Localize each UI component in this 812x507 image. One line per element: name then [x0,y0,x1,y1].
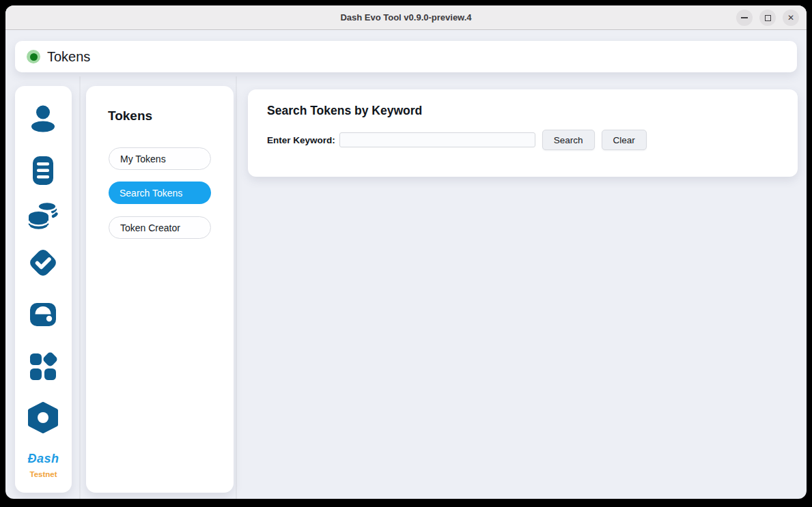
sidebar-item-platform[interactable] [27,402,59,435]
check-badge-icon [27,246,59,279]
clear-button[interactable]: Clear [602,130,647,150]
wallet-icon [27,298,59,331]
person-icon [27,103,59,136]
apps-grid-icon [27,351,59,383]
hex-nut-icon [27,402,59,435]
section-title: Search Tokens by Keyword [267,104,422,118]
page-title: Tokens [47,49,90,65]
header-bar: Tokens [15,41,797,72]
dash-logo: Ðash [15,452,72,466]
app-window: Dash Evo Tool v0.9.0-preview.4 ✕ Tokens [5,5,807,499]
document-icon [27,154,59,187]
panel-title: Tokens [108,108,152,124]
sidebar-item-proofs[interactable] [27,246,59,279]
window-controls: ✕ [736,10,799,26]
window-title: Dash Evo Tool v0.9.0-preview.4 [340,12,471,23]
panel-item-token-creator[interactable]: Token Creator [109,216,211,239]
maximize-icon [765,15,771,21]
coins-icon [27,200,59,233]
icon-sidebar: Ðash Testnet [15,86,72,493]
panel-item-search-tokens[interactable]: Search Tokens [109,182,211,204]
panel-separator [236,76,237,499]
search-tokens-card: Search Tokens by Keyword Enter Keyword: … [248,89,798,177]
sidebar-separator [79,76,81,499]
titlebar: Dash Evo Tool v0.9.0-preview.4 ✕ [5,5,807,30]
minimize-button[interactable] [736,10,753,26]
search-button[interactable]: Search [542,130,595,150]
keyword-label: Enter Keyword: [267,135,335,145]
keyword-input[interactable] [339,132,535,147]
sidebar-item-tokens[interactable] [27,200,59,233]
close-button[interactable]: ✕ [783,10,799,26]
panel-item-my-tokens[interactable]: My Tokens [109,147,211,170]
network-badge: Testnet [15,470,72,478]
connection-status-icon [27,50,40,63]
tokens-panel: Tokens My Tokens Search Tokens Token Cre… [86,86,234,493]
sidebar-item-wallet[interactable] [27,298,59,331]
sidebar-item-identities[interactable] [27,103,59,136]
sidebar-item-apps[interactable] [27,351,59,383]
keyword-form-row: Enter Keyword: Search Clear [267,127,654,153]
maximize-button[interactable] [759,10,776,26]
minimize-icon [741,17,748,18]
close-icon: ✕ [787,13,794,23]
sidebar-item-contracts[interactable] [27,154,59,187]
